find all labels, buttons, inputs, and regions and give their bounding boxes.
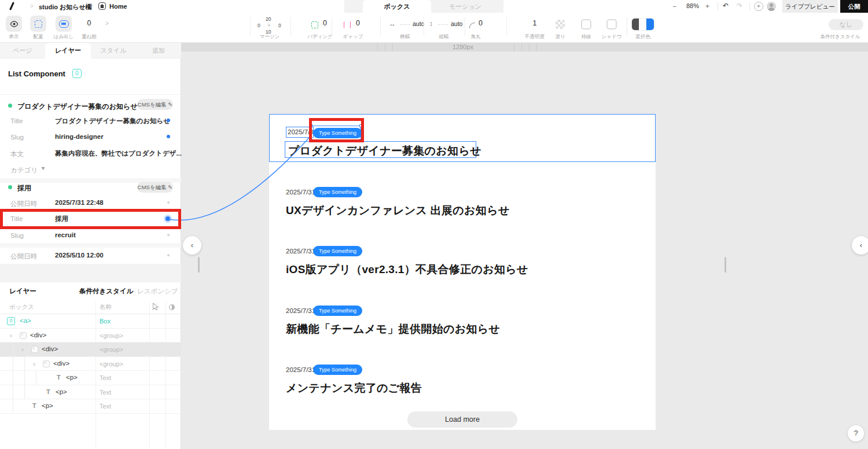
undo-icon[interactable]: ↶ — [723, 2, 729, 10]
expand-panel-button[interactable]: ‹ — [852, 236, 868, 255]
layer-count-badge: 0 — [7, 317, 15, 325]
visibility-button[interactable] — [6, 16, 22, 32]
layer-row-a[interactable]: 0 <a> Box — [0, 314, 181, 329]
layers-panel-tab[interactable]: レイヤー — [9, 287, 36, 296]
news-title[interactable]: UXデザインカンファレンス 出展のお知らせ — [286, 203, 510, 218]
publish-button[interactable]: 公開 — [840, 0, 868, 13]
zoom-level[interactable]: 88% — [686, 2, 699, 9]
news-title[interactable]: メンテナンス完了のご報告 — [286, 381, 422, 396]
sidebar-tab-pages[interactable]: ページ — [0, 43, 45, 58]
ruler-tick — [521, 43, 522, 51]
category-badge[interactable]: Type Something — [313, 365, 362, 375]
layer-row-p3[interactable]: T <p> Text — [0, 399, 181, 414]
studio-logo-icon[interactable] — [9, 2, 14, 10]
live-preview-button[interactable]: ライブプレビュー — [782, 0, 838, 13]
selection-color-white[interactable] — [639, 19, 646, 30]
gap-value[interactable]: 0 — [356, 19, 360, 27]
news-date[interactable]: 2025/7/31 — [286, 307, 315, 314]
opacity-value[interactable]: 1 — [530, 19, 539, 27]
conditional-style-button[interactable]: なし — [829, 19, 863, 30]
margin-left-value[interactable]: 0 — [258, 23, 260, 28]
field-value[interactable]: プロダクトデザイナー募集のお知らせ — [55, 117, 170, 126]
news-date[interactable]: 2025/7/31 — [286, 366, 315, 373]
binding-dot-gray[interactable] — [167, 254, 170, 256]
layer-tag: <a> — [20, 317, 31, 324]
sidebar-tab-layers[interactable]: レイヤー — [45, 43, 91, 58]
selection-color-dark[interactable] — [632, 19, 639, 30]
field-value[interactable]: 2025/7/31 22:48 — [55, 199, 104, 206]
overflow-icon — [59, 20, 69, 28]
help-button[interactable]: ? — [848, 425, 864, 441]
binding-dot-blue[interactable] — [167, 135, 170, 138]
avatar[interactable] — [767, 2, 776, 11]
layer-name: Text — [100, 389, 111, 396]
stroke-swatch[interactable] — [581, 19, 591, 30]
cms-edit-button[interactable]: CMSを編集 ✎ — [137, 182, 173, 193]
canvas-resize-handle-left[interactable] — [198, 257, 200, 273]
field-value[interactable]: recruit — [55, 231, 76, 238]
category-badge[interactable]: Type Something — [313, 246, 362, 256]
chevron-expand-icon[interactable]: ∨ — [21, 347, 24, 352]
margin-top-value[interactable]: 20 — [266, 16, 271, 22]
layer-row-div1[interactable]: ∨ <div> <group> — [0, 329, 181, 343]
redo-icon[interactable]: ↷ — [737, 2, 742, 10]
binding-dot-gray[interactable] — [167, 152, 170, 154]
height-auto-value[interactable]: auto — [451, 20, 462, 27]
breakpoint-ruler[interactable] — [181, 43, 868, 51]
layer-row-p1[interactable]: T <p> Text — [0, 371, 181, 385]
field-value[interactable]: 募集内容現在、弊社ではプロダクトデザ... — [55, 149, 182, 158]
breadcrumb-project[interactable]: studio お知らせ欄 — [39, 3, 92, 12]
layer-tag: <div> — [42, 345, 58, 352]
tab-motion[interactable]: モーション — [431, 0, 499, 13]
news-title[interactable]: 新機能「チームメモ」提供開始のお知らせ — [286, 322, 500, 337]
zoom-in-button[interactable]: + — [705, 2, 709, 10]
height-dashes[interactable]: ---- — [438, 20, 449, 27]
tree-guide-line — [36, 371, 36, 385]
fill-swatch[interactable] — [556, 20, 565, 29]
cms-edit-button[interactable]: CMSを編集 ✎ — [137, 99, 173, 110]
layer-row-div3[interactable]: ∨ <div> <group> — [0, 357, 181, 371]
field-value[interactable]: 2025/5/10 12:00 — [55, 252, 104, 259]
layer-row-p2[interactable]: T <p> Text — [0, 385, 181, 400]
arrange-button[interactable] — [30, 16, 46, 32]
chevron-right-icon[interactable]: > — [105, 20, 109, 27]
width-dashes[interactable]: ---- — [400, 20, 411, 27]
overflow-button[interactable] — [56, 16, 72, 32]
category-badge[interactable]: Type Something — [313, 187, 362, 197]
binding-dot-blue[interactable] — [167, 119, 170, 122]
collapse-sidebar-button[interactable]: ‹ — [183, 236, 201, 255]
selection-color-blue[interactable] — [646, 19, 654, 30]
chevron-expand-icon[interactable]: ∨ — [32, 362, 36, 367]
chevron-down-icon[interactable]: ▼ — [41, 165, 46, 171]
tab-box[interactable]: ボックス — [363, 0, 431, 13]
field-label: Title — [10, 117, 23, 124]
category-badge[interactable]: Type Something — [313, 306, 362, 316]
sidebar-tab-add[interactable]: 追加 — [136, 43, 181, 58]
width-auto-value[interactable]: auto — [413, 20, 424, 27]
binding-dot-gray[interactable] — [167, 201, 170, 204]
news-title[interactable]: iOS版アプリ（ver2.3.1）不具合修正のお知らせ — [286, 262, 528, 277]
responsive-tab[interactable]: レスポンシブ — [137, 287, 178, 296]
shadow-swatch[interactable] — [606, 19, 617, 30]
field-value[interactable]: hiring-designer — [55, 133, 104, 140]
sidebar-tab-styles[interactable]: スタイル — [91, 43, 136, 58]
invite-member-button[interactable]: + — [754, 2, 763, 11]
margin-right-value[interactable]: 0 — [278, 23, 281, 28]
zoom-out-button[interactable]: − — [672, 2, 676, 10]
breadcrumb-page[interactable]: Home — [109, 3, 127, 10]
news-title[interactable]: プロダクトデザイナー募集のお知らせ — [288, 143, 481, 159]
radius-value[interactable]: 0 — [479, 19, 483, 27]
canvas-resize-handle-right[interactable] — [724, 257, 726, 273]
chevron-expand-icon[interactable]: ∨ — [9, 333, 13, 338]
conditional-style-tab[interactable]: 条件付きスタイル — [79, 287, 133, 296]
news-date[interactable]: 2025/7/31 — [286, 248, 315, 255]
layer-row-div2-selected[interactable]: ∨ <div> <group> — [0, 343, 181, 357]
binding-dot-gray[interactable] — [167, 234, 170, 236]
selection-color-swatches[interactable] — [632, 19, 654, 30]
layer-name: <group> — [100, 360, 123, 367]
load-more-button[interactable]: Load more — [407, 411, 517, 428]
padding-value[interactable]: 0 — [323, 19, 327, 27]
news-date[interactable]: 2025/7/31 — [286, 189, 315, 196]
zindex-value[interactable]: 0 — [81, 19, 97, 27]
tree-guide-line — [13, 343, 13, 413]
